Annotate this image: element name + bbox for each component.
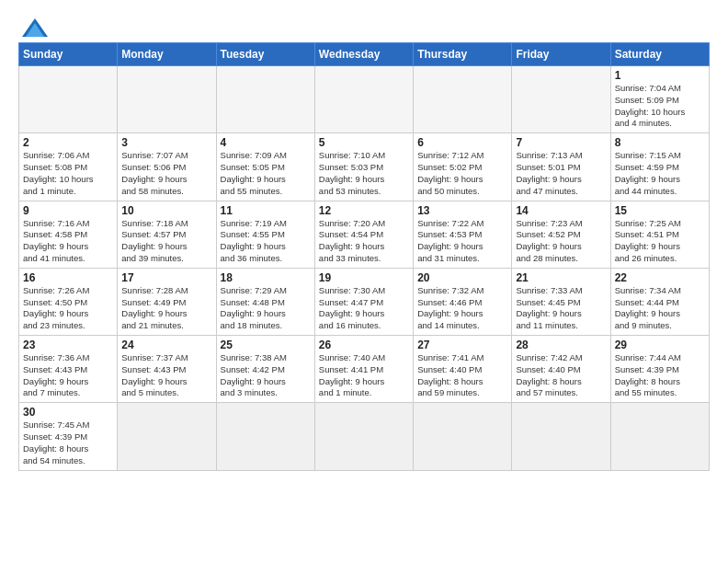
day-info: Sunrise: 7:34 AM Sunset: 4:44 PM Dayligh… xyxy=(615,285,705,332)
day-info: Sunrise: 7:16 AM Sunset: 4:58 PM Dayligh… xyxy=(23,218,113,265)
calendar-cell: 12Sunrise: 7:20 AM Sunset: 4:54 PM Dayli… xyxy=(314,201,413,268)
calendar-cell: 24Sunrise: 7:37 AM Sunset: 4:43 PM Dayli… xyxy=(118,336,216,403)
weekday-header-row: Sunday Monday Tuesday Wednesday Thursday… xyxy=(19,43,710,66)
calendar-cell: 8Sunrise: 7:15 AM Sunset: 4:59 PM Daylig… xyxy=(610,133,709,201)
day-info: Sunrise: 7:45 AM Sunset: 4:39 PM Dayligh… xyxy=(23,419,113,466)
day-number: 9 xyxy=(23,204,113,217)
day-info: Sunrise: 7:22 AM Sunset: 4:53 PM Dayligh… xyxy=(417,218,507,265)
day-number: 4 xyxy=(221,136,311,149)
calendar-cell xyxy=(314,403,413,470)
calendar-cell xyxy=(414,403,512,470)
day-info: Sunrise: 7:36 AM Sunset: 4:43 PM Dayligh… xyxy=(23,352,113,399)
calendar-cell: 30Sunrise: 7:45 AM Sunset: 4:39 PM Dayli… xyxy=(19,403,118,470)
day-number: 2 xyxy=(23,136,113,149)
day-info: Sunrise: 7:28 AM Sunset: 4:49 PM Dayligh… xyxy=(121,285,211,332)
day-number: 23 xyxy=(23,339,113,351)
day-info: Sunrise: 7:10 AM Sunset: 5:03 PM Dayligh… xyxy=(319,150,409,197)
calendar-cell: 14Sunrise: 7:23 AM Sunset: 4:52 PM Dayli… xyxy=(512,201,610,268)
calendar-cell: 13Sunrise: 7:22 AM Sunset: 4:53 PM Dayli… xyxy=(414,201,512,268)
day-number: 10 xyxy=(121,204,211,217)
calendar-cell: 10Sunrise: 7:18 AM Sunset: 4:57 PM Dayli… xyxy=(118,201,216,268)
calendar-cell xyxy=(118,403,216,470)
day-info: Sunrise: 7:40 AM Sunset: 4:41 PM Dayligh… xyxy=(319,352,409,399)
day-number: 19 xyxy=(319,271,409,284)
day-info: Sunrise: 7:15 AM Sunset: 4:59 PM Dayligh… xyxy=(615,150,705,197)
calendar-cell xyxy=(314,66,413,133)
calendar-cell: 26Sunrise: 7:40 AM Sunset: 4:41 PM Dayli… xyxy=(314,336,413,403)
day-info: Sunrise: 7:09 AM Sunset: 5:05 PM Dayligh… xyxy=(221,150,311,197)
logo-area xyxy=(18,15,50,37)
calendar-cell: 28Sunrise: 7:42 AM Sunset: 4:40 PM Dayli… xyxy=(512,336,610,403)
calendar-cell: 16Sunrise: 7:26 AM Sunset: 4:50 PM Dayli… xyxy=(19,268,118,335)
header xyxy=(18,15,710,37)
day-number: 16 xyxy=(23,271,113,284)
day-number: 21 xyxy=(516,271,606,284)
day-info: Sunrise: 7:20 AM Sunset: 4:54 PM Dayligh… xyxy=(319,218,409,265)
day-number: 14 xyxy=(516,204,606,217)
calendar-cell: 27Sunrise: 7:41 AM Sunset: 4:40 PM Dayli… xyxy=(414,336,512,403)
day-number: 7 xyxy=(516,136,606,149)
calendar-cell xyxy=(216,66,314,133)
day-info: Sunrise: 7:29 AM Sunset: 4:48 PM Dayligh… xyxy=(221,285,311,332)
day-number: 8 xyxy=(615,136,705,149)
calendar-cell: 5Sunrise: 7:10 AM Sunset: 5:03 PM Daylig… xyxy=(314,133,413,201)
day-info: Sunrise: 7:12 AM Sunset: 5:02 PM Dayligh… xyxy=(417,150,507,197)
day-info: Sunrise: 7:32 AM Sunset: 4:46 PM Dayligh… xyxy=(417,285,507,332)
day-number: 13 xyxy=(417,204,507,217)
day-info: Sunrise: 7:07 AM Sunset: 5:06 PM Dayligh… xyxy=(121,150,211,197)
calendar-cell: 2Sunrise: 7:06 AM Sunset: 5:08 PM Daylig… xyxy=(19,133,118,201)
calendar-cell: 4Sunrise: 7:09 AM Sunset: 5:05 PM Daylig… xyxy=(216,133,314,201)
day-number: 24 xyxy=(121,339,211,351)
calendar-cell xyxy=(118,66,216,133)
calendar-cell xyxy=(414,66,512,133)
header-friday: Friday xyxy=(512,43,610,66)
day-info: Sunrise: 7:23 AM Sunset: 4:52 PM Dayligh… xyxy=(516,218,606,265)
calendar-cell: 20Sunrise: 7:32 AM Sunset: 4:46 PM Dayli… xyxy=(414,268,512,335)
day-info: Sunrise: 7:44 AM Sunset: 4:39 PM Dayligh… xyxy=(615,352,705,399)
day-number: 28 xyxy=(516,339,606,351)
calendar-cell: 29Sunrise: 7:44 AM Sunset: 4:39 PM Dayli… xyxy=(610,336,709,403)
calendar-cell xyxy=(512,403,610,470)
header-thursday: Thursday xyxy=(414,43,512,66)
calendar-cell: 22Sunrise: 7:34 AM Sunset: 4:44 PM Dayli… xyxy=(610,268,709,335)
day-number: 20 xyxy=(417,271,507,284)
calendar-cell: 19Sunrise: 7:30 AM Sunset: 4:47 PM Dayli… xyxy=(314,268,413,335)
day-number: 26 xyxy=(319,339,409,351)
day-info: Sunrise: 7:41 AM Sunset: 4:40 PM Dayligh… xyxy=(417,352,507,399)
calendar-cell: 15Sunrise: 7:25 AM Sunset: 4:51 PM Dayli… xyxy=(610,201,709,268)
day-number: 25 xyxy=(221,339,311,351)
calendar-cell: 18Sunrise: 7:29 AM Sunset: 4:48 PM Dayli… xyxy=(216,268,314,335)
calendar-cell xyxy=(19,66,118,133)
day-info: Sunrise: 7:18 AM Sunset: 4:57 PM Dayligh… xyxy=(121,218,211,265)
day-number: 6 xyxy=(417,136,507,149)
calendar-table: Sunday Monday Tuesday Wednesday Thursday… xyxy=(18,42,710,471)
day-number: 30 xyxy=(23,406,113,419)
header-wednesday: Wednesday xyxy=(314,43,413,66)
day-info: Sunrise: 7:13 AM Sunset: 5:01 PM Dayligh… xyxy=(516,150,606,197)
calendar-cell xyxy=(610,403,709,470)
day-info: Sunrise: 7:26 AM Sunset: 4:50 PM Dayligh… xyxy=(23,285,113,332)
day-info: Sunrise: 7:25 AM Sunset: 4:51 PM Dayligh… xyxy=(615,218,705,265)
calendar-cell: 7Sunrise: 7:13 AM Sunset: 5:01 PM Daylig… xyxy=(512,133,610,201)
calendar-cell: 6Sunrise: 7:12 AM Sunset: 5:02 PM Daylig… xyxy=(414,133,512,201)
calendar-cell: 17Sunrise: 7:28 AM Sunset: 4:49 PM Dayli… xyxy=(118,268,216,335)
day-number: 11 xyxy=(221,204,311,217)
day-info: Sunrise: 7:33 AM Sunset: 4:45 PM Dayligh… xyxy=(516,285,606,332)
header-tuesday: Tuesday xyxy=(216,43,314,66)
logo-icon xyxy=(22,18,48,37)
header-saturday: Saturday xyxy=(610,43,709,66)
calendar-cell: 1Sunrise: 7:04 AM Sunset: 5:09 PM Daylig… xyxy=(610,66,709,133)
day-info: Sunrise: 7:42 AM Sunset: 4:40 PM Dayligh… xyxy=(516,352,606,399)
calendar-page: Sunday Monday Tuesday Wednesday Thursday… xyxy=(0,0,728,480)
day-number: 3 xyxy=(121,136,211,149)
calendar-cell: 11Sunrise: 7:19 AM Sunset: 4:55 PM Dayli… xyxy=(216,201,314,268)
calendar-cell: 23Sunrise: 7:36 AM Sunset: 4:43 PM Dayli… xyxy=(19,336,118,403)
calendar-cell: 25Sunrise: 7:38 AM Sunset: 4:42 PM Dayli… xyxy=(216,336,314,403)
calendar-cell: 3Sunrise: 7:07 AM Sunset: 5:06 PM Daylig… xyxy=(118,133,216,201)
day-number: 22 xyxy=(615,271,705,284)
day-number: 27 xyxy=(417,339,507,351)
calendar-cell xyxy=(512,66,610,133)
day-number: 1 xyxy=(615,69,705,82)
day-info: Sunrise: 7:38 AM Sunset: 4:42 PM Dayligh… xyxy=(221,352,311,399)
day-number: 15 xyxy=(615,204,705,217)
